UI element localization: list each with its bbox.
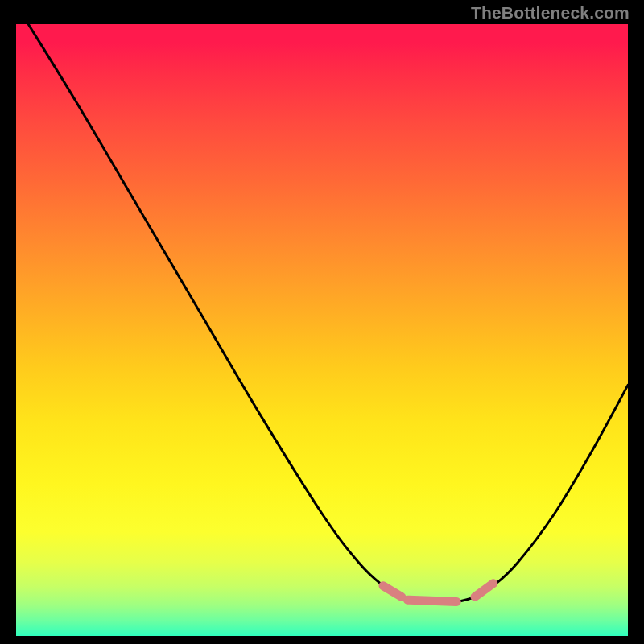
optimal-range-marker xyxy=(383,586,402,597)
bottleneck-curve xyxy=(28,24,628,603)
chart-container: TheBottleneck.com xyxy=(0,0,644,644)
optimal-range-marker xyxy=(407,600,456,601)
watermark-label: TheBottleneck.com xyxy=(471,3,630,23)
plot-frame xyxy=(16,24,628,636)
optimal-range-marker xyxy=(475,584,493,597)
curve-svg xyxy=(16,24,628,636)
